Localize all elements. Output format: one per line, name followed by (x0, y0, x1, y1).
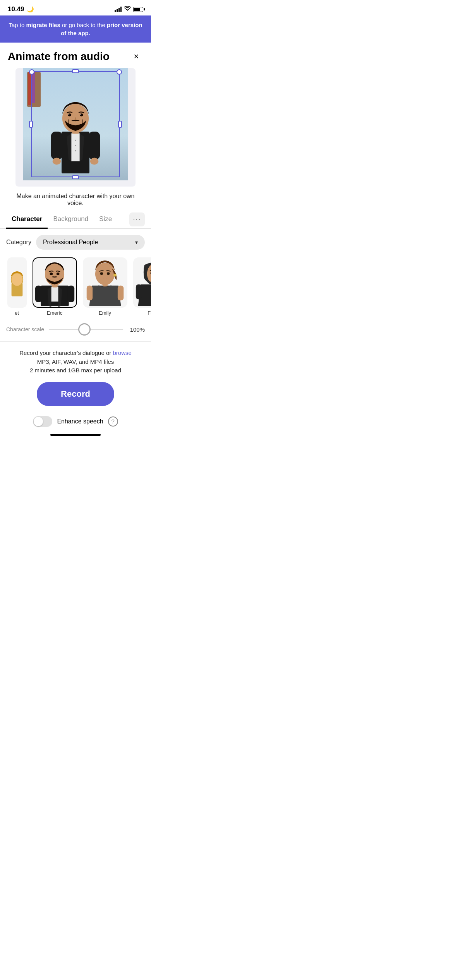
handle-tl[interactable] (29, 69, 34, 75)
svg-rect-25 (67, 286, 74, 302)
page-title: Animate from audio (8, 50, 110, 63)
svg-point-6 (75, 150, 76, 152)
migration-text: Tap to migrate files or go back to the p… (9, 22, 142, 36)
scale-row: Character scale 100% (0, 320, 151, 342)
battery-icon (133, 7, 143, 12)
svg-point-15 (80, 113, 83, 116)
svg-point-33 (95, 263, 114, 285)
svg-rect-21 (51, 287, 58, 302)
svg-point-5 (75, 145, 76, 146)
character-card-partial[interactable]: et (6, 257, 27, 316)
character-name-fatima: Fatima (148, 310, 151, 316)
enhance-speech-row: Enhance speech ? (0, 409, 151, 431)
category-label: Category (6, 239, 31, 246)
tab-more-button[interactable]: ··· (129, 212, 145, 226)
category-row: Category Professional People ▾ (0, 229, 151, 254)
home-bar (50, 434, 101, 436)
svg-rect-30 (86, 286, 92, 301)
subtitle-text: Make an animated character with your own… (0, 187, 151, 211)
scale-thumb[interactable] (78, 323, 91, 336)
handle-ml[interactable] (29, 121, 33, 128)
toggle-knob (34, 417, 43, 426)
record-description: Record your character's dialogue or brow… (8, 349, 143, 375)
svg-point-35 (100, 272, 103, 275)
enhance-speech-toggle[interactable] (33, 416, 52, 427)
record-desc-1: Record your character's dialogue or (19, 350, 113, 356)
migration-banner[interactable]: Tap to migrate files or go back to the p… (0, 15, 151, 43)
svg-rect-1 (71, 134, 80, 161)
status-bar: 10.49 🌙 (0, 0, 151, 15)
character-name-emily: Emily (99, 310, 111, 316)
svg-point-19 (11, 273, 22, 286)
scale-label: Character scale (6, 326, 44, 332)
svg-point-34 (113, 274, 117, 277)
svg-rect-31 (117, 286, 123, 301)
handle-mr[interactable] (118, 121, 122, 128)
svg-point-29 (56, 272, 59, 275)
tab-character[interactable]: Character (6, 211, 48, 229)
character-card-fatima[interactable]: Fatima (132, 257, 151, 316)
character-name-emeric: Emeric (47, 310, 62, 316)
character-illustration (41, 76, 110, 180)
svg-rect-24 (35, 286, 41, 302)
handle-tc[interactable] (72, 69, 79, 73)
svg-point-4 (75, 140, 76, 141)
chevron-down-icon: ▾ (135, 239, 138, 245)
wifi-icon (124, 6, 131, 13)
tabs-row: Character Background Size ··· (0, 211, 151, 229)
moon-icon: 🌙 (27, 6, 34, 13)
tab-size[interactable]: Size (94, 211, 117, 229)
tab-background[interactable]: Background (48, 211, 94, 229)
svg-point-16 (80, 114, 81, 115)
app-header: Animate from audio × (0, 43, 151, 68)
category-selected: Professional People (43, 239, 98, 246)
close-button[interactable]: × (129, 50, 143, 63)
svg-rect-40 (136, 284, 141, 300)
record-desc-3: 2 minutes and 1GB max per upload (30, 367, 121, 373)
record-desc-2: MP3, AIF, WAV, and MP4 files (37, 358, 114, 365)
character-card-emily[interactable]: Emily (82, 257, 128, 316)
record-section: Record your character's dialogue or brow… (0, 342, 151, 409)
character-name-partial: et (15, 310, 19, 316)
character-preview (15, 68, 136, 187)
status-time: 10.49 (8, 5, 24, 13)
svg-point-10 (90, 158, 99, 165)
status-icons (115, 6, 143, 13)
svg-rect-8 (89, 132, 100, 159)
svg-point-9 (53, 158, 61, 165)
svg-rect-7 (51, 132, 62, 159)
signal-icon (115, 7, 122, 12)
enhance-speech-label: Enhance speech (57, 418, 103, 425)
scale-slider[interactable] (49, 324, 123, 335)
svg-point-36 (106, 272, 110, 275)
scale-value: 100% (128, 326, 145, 333)
character-scroll: et (0, 254, 151, 320)
help-icon[interactable]: ? (108, 416, 118, 427)
svg-point-14 (69, 114, 70, 115)
category-dropdown[interactable]: Professional People ▾ (36, 235, 145, 250)
browse-link[interactable]: browse (113, 350, 131, 356)
character-card-emeric[interactable]: Emeric (31, 257, 78, 316)
record-button[interactable]: Record (37, 382, 114, 406)
home-indicator (0, 431, 151, 438)
handle-tr[interactable] (117, 69, 122, 75)
svg-point-28 (50, 272, 53, 275)
svg-point-13 (68, 113, 71, 116)
